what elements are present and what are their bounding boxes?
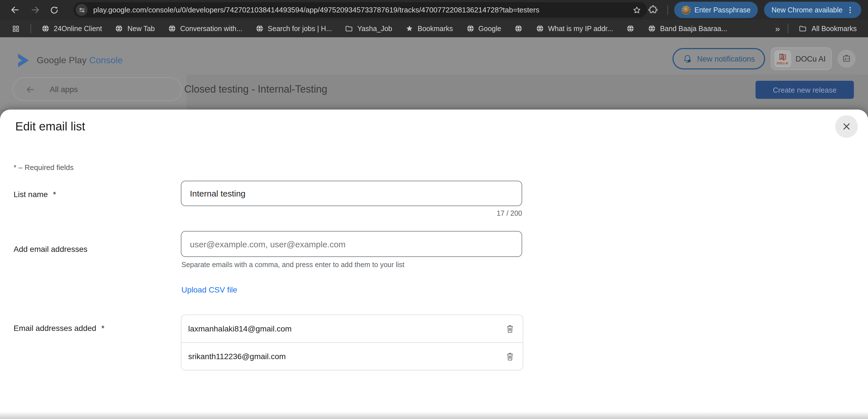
- docu-ai-badge-text: DOCu AI: [777, 61, 788, 65]
- required-asterisk: *: [101, 324, 104, 332]
- new-notifications-label: New notifications: [697, 55, 755, 63]
- all-apps-back-button[interactable]: All apps: [12, 77, 182, 101]
- screen: play.google.com/console/u/0/developers/7…: [0, 0, 868, 419]
- new-chrome-label: New Chrome available: [771, 6, 843, 14]
- globe-icon: [648, 24, 656, 33]
- forward-icon[interactable]: [27, 2, 43, 18]
- play-triangle-icon: [17, 53, 31, 68]
- list-name-label: List name*: [13, 190, 56, 199]
- bookmark-item[interactable]: Band Baaja Baaraa...: [648, 24, 727, 33]
- create-new-release-button[interactable]: Create new release: [755, 81, 854, 99]
- bookmark-item[interactable]: Google: [466, 24, 501, 33]
- folder-icon: [345, 24, 353, 33]
- bookmarks-divider-right: [788, 24, 788, 33]
- enter-passphrase-button[interactable]: Enter Passphrase: [674, 2, 758, 18]
- bookmark-item[interactable]: Conversation with...: [168, 24, 242, 33]
- delete-email-button[interactable]: [500, 319, 519, 338]
- email-address: laxmanhalaki814@gmail.com: [188, 324, 500, 333]
- add-email-addresses-label: Add email addresses: [13, 245, 88, 254]
- globe-icon: [168, 24, 176, 33]
- enter-passphrase-label: Enter Passphrase: [694, 6, 751, 14]
- required-asterisk: *: [53, 190, 56, 199]
- bookmark-item[interactable]: Yasha_Job: [345, 24, 392, 33]
- list-name-input[interactable]: [181, 181, 522, 206]
- brand-google-play: Google Play: [37, 55, 87, 65]
- globe-icon: [536, 24, 544, 33]
- page-title: Closed testing - Internal-Testing: [184, 84, 327, 95]
- required-fields-note: * – Required fields: [13, 163, 73, 172]
- bookmarks-bar: 24Online ClientNew TabConversation with.…: [0, 20, 868, 37]
- all-bookmarks-button[interactable]: All Bookmarks: [795, 24, 860, 33]
- bookmark-item[interactable]: New Tab: [115, 24, 155, 33]
- browser-toolbar: play.google.com/console/u/0/developers/7…: [0, 0, 868, 20]
- email-row: srikanth112236@gmail.com: [181, 343, 523, 370]
- globe-icon: [115, 24, 123, 33]
- bell-icon: [682, 54, 692, 64]
- add-email-addresses-input[interactable]: [181, 231, 522, 257]
- toolbar-divider: [668, 5, 668, 14]
- globe-icon: [514, 24, 523, 33]
- close-icon[interactable]: [835, 115, 858, 138]
- profile-avatar: [682, 5, 690, 14]
- globe-icon: [466, 24, 474, 33]
- trash-icon: [505, 324, 514, 333]
- globe-icon: [255, 24, 264, 33]
- play-console-logo: Google Play Console: [17, 53, 123, 68]
- menu-dots-icon[interactable]: ⋮: [846, 6, 854, 13]
- email-addresses-added-label: Email addresses added*: [13, 324, 104, 332]
- email-address: srikanth112236@gmail.com: [188, 352, 500, 361]
- bookmark-label: Band Baaja Baaraa...: [660, 25, 727, 32]
- bookmark-label: Yasha_Job: [358, 25, 392, 32]
- upload-csv-link[interactable]: Upload CSV file: [181, 285, 237, 294]
- site-settings-icon[interactable]: [76, 4, 88, 16]
- star-icon: [405, 24, 414, 33]
- bookmark-label: Google: [478, 25, 501, 32]
- apps-grid-icon[interactable]: [8, 21, 24, 36]
- bookmark-star-icon[interactable]: [632, 5, 641, 14]
- added-emails-list: laxmanhalaki814@gmail.comsrikanth112236@…: [181, 315, 523, 370]
- docu-ai-logo-icon: DOCu AI: [774, 50, 791, 67]
- bookmark-label: Conversation with...: [180, 25, 242, 32]
- docu-ai-button[interactable]: DOCu AI DOCu AI: [771, 47, 832, 70]
- back-arrow-icon: [25, 85, 35, 94]
- brand-console: Console: [89, 55, 123, 65]
- globe-icon: [41, 24, 50, 33]
- character-counter: 17 / 200: [181, 210, 522, 217]
- trash-icon: [505, 352, 514, 361]
- new-notifications-button[interactable]: New notifications: [672, 48, 765, 69]
- email-helper-text: Separate emails with a comma, and press …: [181, 261, 404, 269]
- bookmark-item[interactable]: [626, 24, 634, 33]
- folder-icon: [799, 24, 807, 33]
- globe-icon: [626, 24, 634, 33]
- extensions-icon[interactable]: [645, 2, 661, 18]
- all-apps-label: All apps: [50, 85, 78, 94]
- extension-badge-icon[interactable]: [837, 50, 856, 68]
- modal-title: Edit email list: [15, 120, 85, 133]
- bookmarks-list: 24Online ClientNew TabConversation with.…: [41, 24, 727, 33]
- new-chrome-available-button[interactable]: New Chrome available ⋮: [764, 2, 861, 18]
- bookmark-item[interactable]: Search for jobs | H...: [255, 24, 332, 33]
- back-icon[interactable]: [7, 2, 23, 18]
- bookmark-label: 24Online Client: [54, 25, 102, 32]
- delete-email-button[interactable]: [500, 347, 519, 366]
- bookmark-label: Bookmarks: [417, 25, 453, 32]
- docu-ai-label: DOCu AI: [795, 55, 826, 63]
- all-bookmarks-label: All Bookmarks: [811, 25, 857, 32]
- bookmark-item[interactable]: 24Online Client: [41, 24, 102, 33]
- bookmark-label: What is my IP addr...: [548, 25, 613, 32]
- bookmark-item[interactable]: [514, 24, 523, 33]
- bookmarks-overflow-chevron[interactable]: »: [774, 24, 781, 33]
- bookmark-item[interactable]: Bookmarks: [405, 24, 453, 33]
- bookmark-label: Search for jobs | H...: [268, 25, 332, 32]
- bookmark-label: New Tab: [127, 25, 155, 32]
- url-text: play.google.com/console/u/0/developers/7…: [93, 6, 632, 14]
- bookmark-item[interactable]: What is my IP addr...: [536, 24, 613, 33]
- reload-icon[interactable]: [46, 2, 62, 18]
- edit-email-list-modal: Edit email list * – Required fields List…: [0, 109, 868, 419]
- bookmarks-divider: [31, 24, 31, 33]
- address-bar[interactable]: play.google.com/console/u/0/developers/7…: [73, 2, 647, 18]
- email-row: laxmanhalaki814@gmail.com: [181, 315, 523, 343]
